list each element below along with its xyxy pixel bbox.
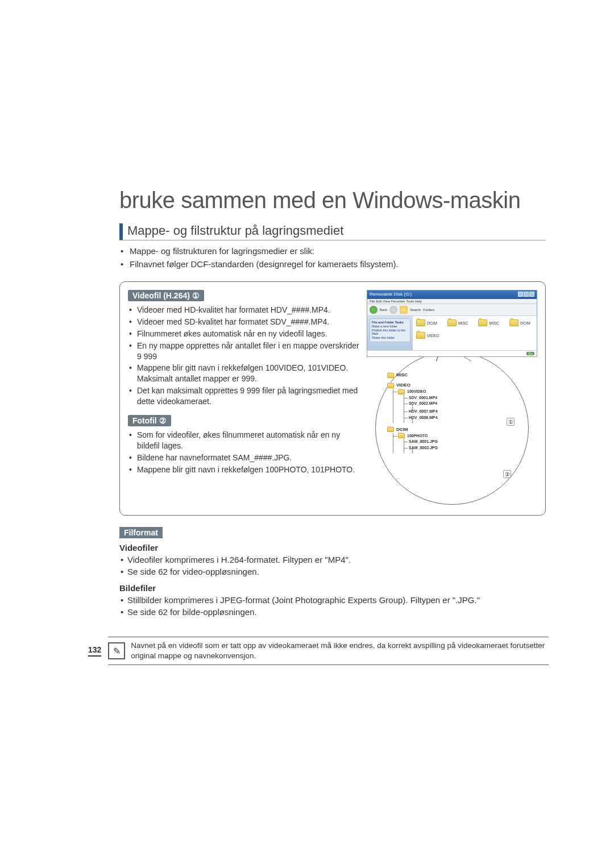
folder-item: VIDEO (416, 332, 439, 339)
list-item: Videoer med HD-kvalitet har formatet HDV… (137, 305, 360, 315)
side-item: Publish this folder to the Web (372, 329, 408, 335)
video-bullets: Videoer med HD-kvalitet har formatet HDV… (128, 305, 360, 407)
up-icon (400, 306, 408, 314)
image-subhead: Bildefiler (119, 583, 546, 593)
tree-label: VIDEO (396, 382, 410, 389)
accent-bar (119, 223, 123, 240)
page-footer: 132 ✎ Navnet på en videofil som er tatt … (88, 637, 549, 665)
go-button: Go (526, 352, 534, 355)
image-format-bullets: Stillbilder komprimeres i JPEG-format (J… (119, 594, 546, 618)
folder-label: MISC (489, 321, 499, 325)
side-item: Share this folder (372, 336, 408, 339)
tree-label: 100PHOTO (407, 433, 428, 439)
list-item: Se side 62 for video-oppløsningen. (127, 566, 546, 578)
folder-item: DCIM (416, 319, 437, 326)
marker-2: ② (503, 470, 511, 478)
side-header: File and Folder Tasks (372, 321, 408, 324)
tree-label: DCIM (396, 426, 408, 433)
folder-label: DCIM (427, 321, 437, 325)
tree-label: MISC (396, 372, 408, 379)
side-item: Make a new folder (372, 325, 408, 328)
tree-leaf: SDV_0001.MP4 (409, 395, 522, 401)
video-subhead: Videofiler (119, 543, 546, 553)
folder-icon (387, 373, 394, 378)
filformat-tag: Filformat (119, 527, 163, 538)
back-icon (370, 306, 377, 314)
tree-node-dcim: DCIM (387, 426, 522, 433)
photo-tag: Fotofil ② (128, 415, 171, 426)
folder-icon (398, 389, 405, 394)
folder-item: DCIM (509, 319, 530, 326)
intro-bullet: Mappe- og filstrukturen for lagringsmedi… (130, 245, 546, 257)
tree-leaf: HDV_0007.MP4 (409, 409, 522, 415)
info-box: Videofil (H.264) ① Videoer med HD-kvalit… (119, 281, 546, 516)
tree-leaf: SAM_0002.JPG (409, 445, 522, 451)
folder-item: MISC (447, 319, 468, 326)
list-item: Mappene blir gitt navn i rekkefølgen 100… (137, 363, 360, 384)
folders-label: Folders (423, 308, 434, 312)
folder-icon (478, 319, 487, 326)
note-icon: ✎ (108, 642, 125, 659)
list-item: Bildene har navneformatet SAM_####.JPG. (137, 452, 360, 463)
photo-bullets: Som for videofiler, økes filnummeret aut… (128, 430, 360, 475)
forward-icon (389, 306, 397, 314)
folder-tree: MISC VIDEO 100VIDEO SDV_0001.MP4 SDV_000… (387, 369, 522, 453)
folder-label: DCIM (520, 321, 530, 325)
list-item: Videoer med SD-kvalitet har formatet SDV… (137, 317, 360, 327)
explorer-sidebar: File and Folder Tasks Make a new folder … (367, 316, 413, 350)
folder-icon (416, 319, 425, 326)
tree-leaf: SAM_0001.JPG (409, 439, 522, 445)
folder-icon (387, 427, 394, 432)
list-item: Videofiler komprimeres i H.264-formatet.… (127, 554, 546, 566)
list-item: Filnummeret økes automatisk når en ny vi… (137, 329, 360, 339)
tree-dots: ⋮ (409, 451, 522, 453)
folder-icon (416, 332, 425, 339)
list-item: Se side 62 for bilde-oppløsningen. (127, 606, 546, 618)
list-item: Som for videofiler, økes filnummeret aut… (137, 430, 360, 451)
explorer-menu: File Edit View Favorites Tools Help (367, 299, 537, 304)
section-heading-row: Mappe- og filstruktur på lagringsmediet (119, 223, 546, 240)
folder-label: MISC (458, 321, 468, 325)
folder-label: VIDEO (427, 334, 439, 338)
video-tag: Videofil (H.264) ① (128, 290, 204, 301)
explorer-window: Removable Disk (G:) File Edit View Favor… (367, 290, 537, 357)
callout-circle: ① ② MISC VIDEO 100VIDEO SDV_0001.MP4 SDV… (375, 351, 529, 505)
tree-node-video: VIDEO (387, 382, 522, 389)
folder-item: MISC (478, 319, 499, 326)
back-label: Back (380, 308, 387, 312)
diagram-panel: Removable Disk (G:) File Edit View Favor… (367, 290, 537, 505)
folder-icon (387, 383, 394, 388)
section-title: Mappe- og filstruktur på lagringsmediet (127, 223, 343, 240)
explorer-main: DCIM MISC MISC DCIM VIDEO (413, 316, 537, 350)
intro-bullet: Filnavnet følger DCF-standarden (designr… (130, 258, 546, 270)
folder-icon (509, 319, 518, 326)
list-item: Mappene blir gitt navn i rekkefølgen 100… (137, 464, 360, 475)
window-buttons (517, 292, 534, 298)
tree-leaf: SDV_0002.MP4 (409, 401, 522, 407)
list-item: Det kan maksimalt opprettes 9 999 filer … (137, 385, 360, 407)
explorer-address: Go (367, 350, 537, 356)
explorer-titlebar: Removable Disk (G:) (367, 290, 537, 299)
explorer-toolbar: Back Search Folders (367, 304, 537, 316)
list-item: En ny mappe opprettes når antallet filer… (137, 340, 360, 362)
folder-icon (447, 319, 457, 326)
footnote-text: Navnet på en videofil som er tatt opp av… (131, 641, 549, 661)
tree-node: 100PHOTO (398, 433, 522, 439)
intro-bullets: Mappe- og filstrukturen for lagringsmedi… (119, 245, 546, 270)
page-number: 132 (88, 645, 101, 657)
search-label: Search (410, 308, 421, 312)
folder-icon (398, 433, 405, 438)
tree-node-misc: MISC (387, 372, 522, 379)
tree-leaf: HDV_0008.MP4 (409, 415, 522, 421)
tree-label: 100VIDEO (407, 389, 426, 395)
list-item: Stillbilder komprimeres i JPEG-format (J… (127, 594, 546, 606)
explorer-title-text: Removable Disk (G:) (370, 292, 412, 298)
page-main-title: bruke sammen med en Windows-maskin (119, 188, 546, 213)
tree-node: 100VIDEO (398, 389, 522, 395)
video-format-bullets: Videofiler komprimeres i H.264-formatet.… (119, 554, 546, 578)
